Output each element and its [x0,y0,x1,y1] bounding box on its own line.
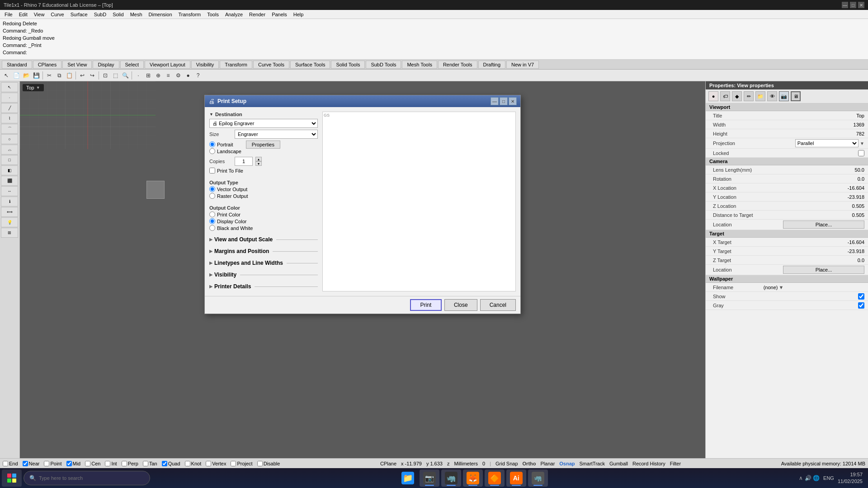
properties-button[interactable]: Properties [246,141,280,149]
menu-view[interactable]: View [31,11,47,18]
size-select[interactable]: Engraver [235,130,318,139]
tool-arrow[interactable]: ↖ [2,71,11,80]
menu-curve[interactable]: Curve [48,11,66,18]
end-checkbox[interactable] [3,461,8,466]
ortho-status[interactable]: Ortho [523,461,536,466]
taskbar-search-bar[interactable]: 🔍 [24,471,150,485]
filter-status[interactable]: Filter [670,461,681,466]
tab-new-v7[interactable]: New in V7 [506,61,539,69]
taskbar-app-ai[interactable]: Ai [506,469,526,487]
cen-checkbox[interactable] [85,461,90,466]
gray-checkbox[interactable] [858,302,864,309]
tool-point[interactable]: · [1,93,18,103]
tool-select[interactable]: ↖ [1,82,18,92]
knot-checkbox[interactable] [185,461,190,466]
tab-transform[interactable]: Transform [220,61,252,69]
gumball-status[interactable]: Gumball [609,461,628,466]
prop-icon-display2[interactable]: 👁 [767,91,777,101]
tool-help[interactable]: ? [193,71,203,80]
tool-render[interactable]: ● [184,71,193,80]
menu-surface[interactable]: Surface [68,11,90,18]
prop-icon-edit[interactable]: ✏ [744,91,754,101]
taskbar-app-mika2[interactable]: 🔶 [485,469,505,487]
tool-snap[interactable]: ⊕ [154,71,163,80]
menu-panels[interactable]: Panels [269,11,290,18]
maximize-button[interactable]: □ [850,2,856,8]
viewport-main[interactable]: Top ▼ 🖨 Print Setup — □ [20,81,705,488]
close-button[interactable]: ✕ [858,2,864,8]
tool-line[interactable]: ╱ [1,103,18,113]
mid-checkbox[interactable] [66,461,72,466]
taskbar-app-rhino[interactable]: 🦏 [528,469,548,487]
menu-dimension[interactable]: Dimension [146,11,175,18]
tab-setview[interactable]: Set View [62,61,92,69]
tool-curve[interactable]: ⌒ [1,124,18,134]
print-to-file-checkbox[interactable] [209,168,215,174]
tab-standard[interactable]: Standard [2,61,32,69]
tab-viewport-layout[interactable]: Viewport Layout [145,61,190,69]
menu-render[interactable]: Render [246,11,268,18]
prop-icon-material[interactable]: ◆ [732,91,742,101]
dialog-maximize-button[interactable]: □ [500,97,508,105]
menu-mesh[interactable]: Mesh [127,11,145,18]
menu-solid[interactable]: Solid [110,11,126,18]
prop-icon-folder[interactable]: 📁 [755,91,765,101]
menu-file[interactable]: File [2,11,15,18]
tool-undo[interactable]: ↩ [78,71,87,80]
tool-circle[interactable]: ○ [1,134,18,144]
dialog-close-footer-button[interactable]: Close [444,299,477,311]
disable-checkbox[interactable] [257,461,263,466]
printer-details-header[interactable]: Printer Details [209,282,318,291]
tab-solid-tools[interactable]: Solid Tools [331,61,365,69]
prop-icon-monitor[interactable]: 🖥 [791,91,801,101]
tool-dim[interactable]: ⟺ [1,207,18,217]
tab-cplanes[interactable]: CPlanes [33,61,62,69]
tab-render-tools[interactable]: Render Tools [438,61,477,69]
raster-output-option[interactable]: Raster Output [209,193,318,199]
taskbar-app-explorer[interactable]: 📁 [398,469,418,487]
show-checkbox[interactable] [858,293,864,300]
near-checkbox[interactable] [23,461,28,466]
print-color-option[interactable]: Print Color [209,211,318,217]
copies-down-button[interactable]: ▼ [255,161,262,166]
quad-checkbox[interactable] [162,461,167,466]
smarttrack-status[interactable]: SmartTrack [580,461,605,466]
margins-header[interactable]: Margins and Position [209,247,318,255]
vector-output-option[interactable]: Vector Output [209,186,318,192]
copies-up-button[interactable]: ▲ [255,157,262,161]
locked-checkbox[interactable] [858,150,864,156]
taskbar-app-mika[interactable]: 🦏 [441,469,461,487]
print-button[interactable]: Print [410,299,442,311]
tab-drafting[interactable]: Drafting [478,61,506,69]
tool-transform[interactable]: ↔ [1,186,18,196]
tool-analyze2[interactable]: ℹ [1,197,18,206]
menu-tools[interactable]: Tools [204,11,222,18]
tool-zoom-window[interactable]: ⬚ [111,71,120,80]
tan-checkbox[interactable] [143,461,148,466]
tool-viewport2[interactable]: ⊞ [1,228,18,238]
tool-redo[interactable]: ↪ [88,71,97,80]
target-place-button[interactable]: Place... [783,266,864,274]
tool-solid[interactable]: ⬛ [1,176,18,186]
tab-mesh-tools[interactable]: Mesh Tools [402,61,437,69]
tab-display[interactable]: Display [93,61,119,69]
perp-checkbox[interactable] [122,461,127,466]
portrait-option[interactable]: Portrait [209,141,241,147]
tool-props[interactable]: ⚙ [174,71,183,80]
tool-layer[interactable]: ≡ [164,71,173,80]
osnap-status[interactable]: Osnap [559,461,575,466]
visibility-header[interactable]: Visibility [209,271,318,279]
projection-select[interactable]: Parallel Perspective [795,139,859,147]
copies-input[interactable] [235,157,253,166]
tool-grid[interactable]: ⊞ [144,71,153,80]
prop-icon-color[interactable]: ● [708,91,718,101]
display-color-option[interactable]: Display Color [209,218,318,224]
cancel-button[interactable]: Cancel [480,299,516,311]
menu-subd[interactable]: SubD [91,11,109,18]
tool-paste[interactable]: 📋 [65,71,74,80]
tool-surface[interactable]: ◧ [1,165,18,175]
tool-polyline[interactable]: ⌇ [1,113,18,123]
linetypes-header[interactable]: Linetypes and Line Widths [209,259,318,267]
tool-points[interactable]: · [134,71,143,80]
tab-visibility[interactable]: Visibility [191,61,219,69]
